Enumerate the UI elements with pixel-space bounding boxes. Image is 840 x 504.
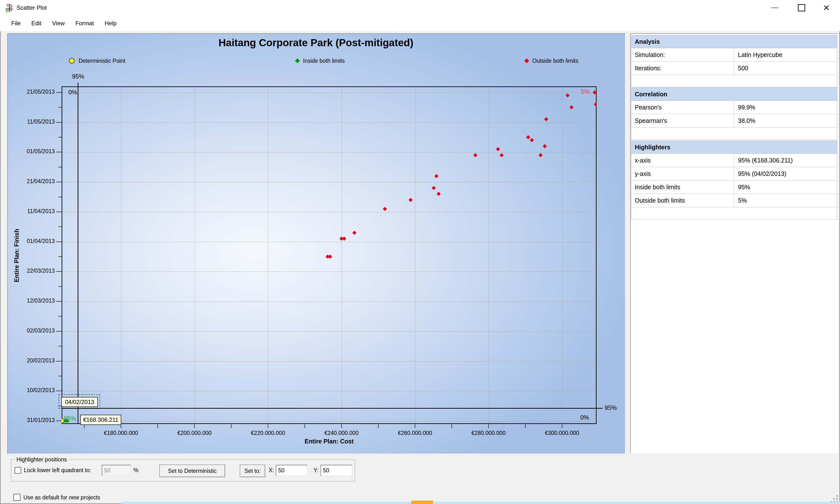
data-point-diamond — [570, 105, 574, 109]
panel-row-label: Inside both limits — [631, 180, 734, 194]
x-highlighter-line[interactable] — [78, 83, 78, 424]
y-highlighter-line[interactable] — [62, 408, 603, 409]
data-point-diamond — [342, 237, 346, 241]
panel-row-label: Simulation: — [631, 48, 734, 61]
set-to-deterministic-button[interactable]: Set to Deterministic — [159, 465, 225, 477]
y-axis-tick — [56, 212, 62, 212]
data-point-diamond — [500, 153, 504, 157]
legend-item: Outside both limits — [525, 56, 578, 66]
x-position-input[interactable] — [276, 465, 308, 476]
y-axis-minor-tick — [58, 346, 62, 346]
y-axis-tick — [56, 301, 62, 302]
y-axis-tick-label: 01/05/2013 — [6, 148, 55, 155]
data-point-diamond — [594, 103, 597, 107]
x-axis-tick — [452, 424, 452, 428]
panel-section-correlation: CorrelationPearson's99.9%Spearman's38.0% — [631, 88, 837, 140]
x-axis-tick-label: €200.000.000 — [158, 430, 231, 436]
lock-quadrant-checkbox[interactable] — [15, 467, 21, 473]
x-axis-tick-label: €240.000.000 — [305, 430, 378, 436]
panel-row: Spearman's38.0% — [631, 114, 837, 127]
y-axis-tick — [56, 391, 62, 391]
menu-item-edit[interactable]: Edit — [26, 16, 47, 31]
panel-row-label: Pearson's — [631, 101, 734, 114]
menu-item-file[interactable]: File — [6, 16, 26, 31]
y-axis-title: Entire Plan: Finish — [13, 187, 20, 324]
y-axis-tick — [56, 331, 62, 331]
y-axis-minor-tick — [58, 316, 62, 317]
y-axis-tick-label: 02/03/2013 — [6, 327, 55, 334]
panel-row-label: x-axis — [631, 154, 734, 167]
set-to-button[interactable]: Set to: — [240, 465, 265, 477]
y-axis-tick-label: 11/05/2013 — [6, 119, 55, 125]
data-point-diamond — [473, 153, 477, 157]
x-axis-tick — [562, 424, 562, 428]
y-axis-minor-tick — [58, 376, 62, 376]
minimize-icon — [771, 7, 778, 8]
lock-percent-input[interactable] — [102, 465, 131, 476]
legend-item: Deterministic Point — [69, 56, 125, 66]
panel-section-highlighters: Highlightersx-axis95% (€168.306.211)y-ax… — [631, 141, 837, 220]
panel-row-blank — [631, 75, 837, 87]
data-point-diamond — [526, 135, 530, 139]
panel-row-label: Spearman's — [631, 114, 734, 127]
panel-section-header: Analysis — [631, 35, 837, 48]
legend-label: Outside both limits — [532, 58, 578, 64]
panel-section-header: Highlighters — [631, 141, 837, 154]
x-axis-tick-label: €220.000.000 — [231, 430, 304, 436]
x-axis-title: Entire Plan: Cost — [62, 438, 597, 445]
data-point-diamond — [530, 138, 534, 142]
x-axis-tick — [488, 424, 489, 428]
x-axis-tick-label: €300.000.000 — [526, 430, 598, 436]
menu-item-view[interactable]: View — [47, 16, 70, 31]
lock-quadrant-label: Lock lower left quadrant to: — [24, 467, 91, 473]
legend-item: Inside both limits — [296, 56, 345, 66]
maximize-button[interactable] — [788, 0, 815, 16]
x-axis-tick — [231, 424, 231, 428]
panel-row-value: Latin Hypercube — [734, 48, 837, 61]
panel-row: Simulation:Latin Hypercube — [631, 48, 837, 61]
x-axis-tick-label: €260.000.000 — [379, 430, 452, 436]
data-point-diamond — [496, 147, 500, 151]
y-axis-minor-tick — [58, 167, 62, 167]
resize-grip[interactable] — [836, 498, 838, 500]
maximize-icon — [798, 4, 805, 12]
data-point-diamond — [436, 192, 441, 196]
legend-label: Deterministic Point — [78, 58, 125, 64]
menu-item-format[interactable]: Format — [70, 16, 99, 31]
legend-marker-diamond — [295, 58, 300, 63]
panel-row-value: 99.9% — [734, 101, 837, 114]
scatter-plot-icon — [5, 3, 14, 13]
resize-grip[interactable] — [834, 498, 835, 500]
data-point-diamond — [432, 186, 436, 190]
panel-row: Iterations:500 — [631, 61, 837, 75]
close-icon: ✕ — [823, 4, 830, 12]
x-highlighter-value-tooltip[interactable]: €168.306.211 — [80, 415, 121, 425]
use-as-default-checkbox[interactable] — [13, 494, 20, 501]
data-point-diamond — [539, 153, 543, 157]
data-point-diamond — [434, 174, 438, 178]
minimize-button[interactable] — [762, 0, 788, 16]
x-axis-tick — [415, 424, 415, 428]
background-window-edge — [121, 502, 840, 504]
y-highlighter-percent: 95% — [605, 404, 617, 411]
group-label: Highlighter positions — [15, 456, 69, 463]
y-highlighter-value-tooltip[interactable]: 04/02/2013 — [62, 397, 98, 407]
x-axis-tick — [194, 424, 195, 428]
resize-grip[interactable] — [836, 495, 838, 497]
menu-item-help[interactable]: Help — [99, 16, 122, 31]
x-axis-tick — [304, 424, 305, 428]
y-axis-minor-tick — [58, 137, 62, 138]
panel-row-value: 95% (€168.306.211) — [734, 154, 837, 167]
panel-row-label: y-axis — [631, 167, 734, 180]
data-point-diamond — [328, 255, 332, 259]
panel-row-value: 5% — [734, 194, 837, 207]
y-axis-minor-tick — [58, 256, 62, 257]
x-highlighter-percent: 95% — [66, 73, 90, 80]
y-position-input[interactable] — [320, 465, 352, 476]
quadrant-label-bottom-right: 0% — [570, 414, 599, 421]
y-axis-tick — [56, 182, 62, 182]
x-axis-tick-label: €180.000.000 — [85, 430, 157, 436]
close-button[interactable]: ✕ — [813, 0, 840, 16]
x-axis-tick — [341, 424, 342, 428]
y-axis-minor-tick — [58, 197, 62, 197]
